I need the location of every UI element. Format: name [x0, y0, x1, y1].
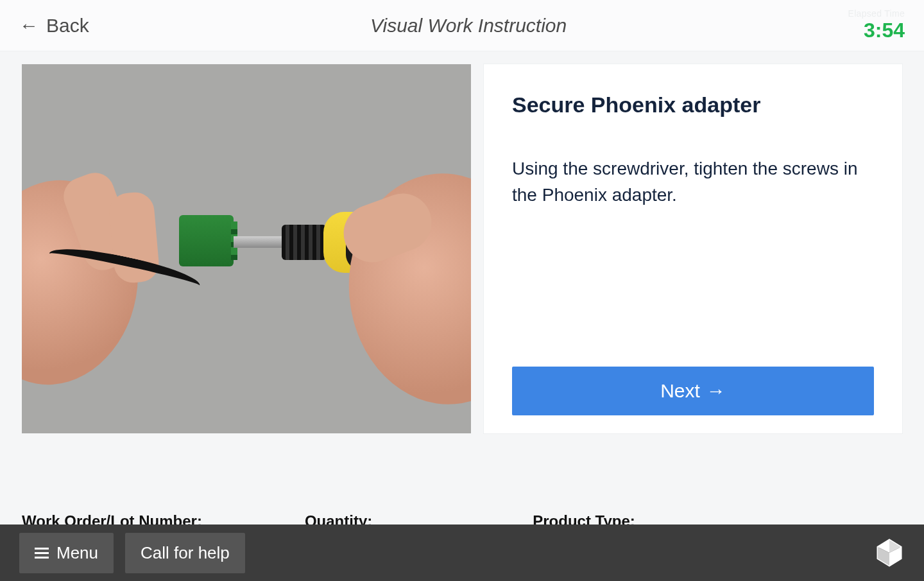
instruction-photo: ››› — [22, 64, 471, 433]
instruction-panel: Secure Phoenix adapter Using the screwdr… — [484, 64, 902, 433]
menu-label: Menu — [56, 543, 98, 563]
call-for-help-button[interactable]: Call for help — [125, 533, 245, 573]
back-label: Back — [46, 15, 89, 37]
menu-button[interactable]: Menu — [19, 533, 114, 573]
step-body: Using the screwdriver, tighten the screw… — [512, 156, 874, 367]
step-title: Secure Phoenix adapter — [512, 92, 874, 117]
next-label: Next — [660, 380, 700, 402]
content: ››› Secure Phoenix adapter Using the scr… — [0, 51, 924, 501]
menu-icon — [35, 545, 49, 561]
page-title: Visual Work Instruction — [370, 15, 567, 37]
back-button[interactable]: ← Back — [19, 15, 89, 37]
arrow-right-icon: → — [706, 380, 726, 402]
arrow-left-icon: ← — [19, 16, 38, 35]
brand-icon — [874, 537, 905, 568]
footer: Menu Call for help — [0, 525, 924, 581]
timer-label: Elapsed Time — [848, 8, 905, 19]
header: ← Back Visual Work Instruction Elapsed T… — [0, 0, 924, 51]
timer: Elapsed Time 3:54 — [848, 8, 905, 42]
next-button[interactable]: Next → — [512, 367, 874, 415]
help-label: Call for help — [141, 543, 230, 563]
timer-value: 3:54 — [864, 19, 905, 42]
